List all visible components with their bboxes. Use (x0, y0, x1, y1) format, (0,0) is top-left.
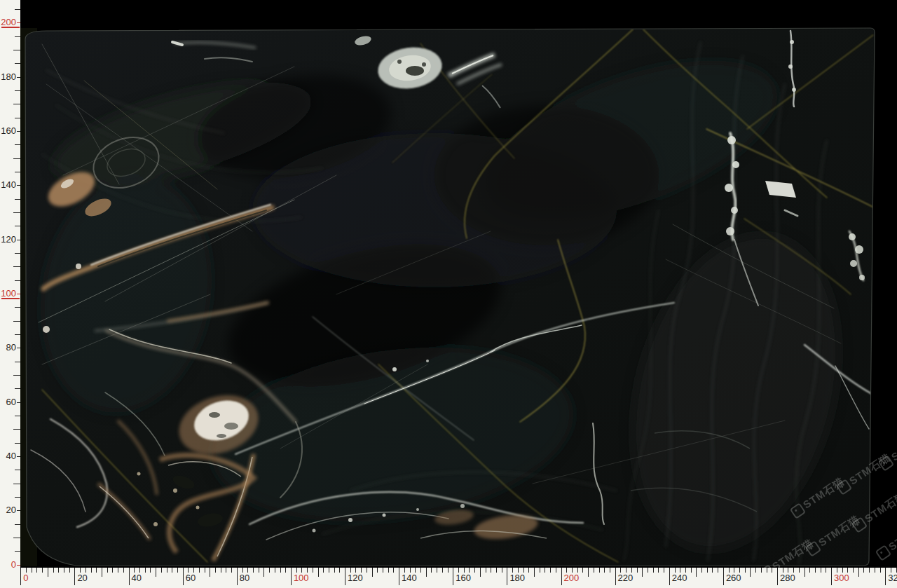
ruler-tick (339, 568, 340, 573)
ruler-tick (658, 568, 659, 573)
ruler-tick (399, 568, 399, 585)
ruler-red-mark (1, 27, 20, 28)
ruler-tick (528, 568, 529, 573)
ruler-tick (334, 568, 335, 573)
ruler-tick (566, 568, 567, 573)
ruler-tick (15, 90, 20, 91)
ruler-tick (891, 568, 891, 573)
ruler-label: 140 (402, 573, 417, 583)
ruler-tick (821, 568, 821, 573)
ruler-tick (847, 568, 848, 573)
ruler-tick (582, 568, 583, 573)
ruler-tick (247, 568, 248, 573)
ruler-tick (712, 568, 713, 573)
ruler-tick (556, 568, 556, 573)
ruler-tick (761, 568, 762, 573)
ruler-label: 280 (780, 573, 795, 583)
ruler-label: 200 (564, 573, 580, 583)
ruler-label: 120 (348, 573, 363, 583)
ruler-tick (80, 568, 81, 573)
ruler-tick (36, 568, 37, 573)
ruler-tick (15, 253, 20, 254)
ruler-tick (599, 568, 600, 573)
ruler-tick (13, 158, 20, 159)
ruler-tick (15, 551, 20, 552)
ruler-tick (15, 144, 20, 145)
ruler-tick (242, 568, 243, 573)
ruler-tick (172, 568, 172, 573)
ruler-tick (313, 568, 313, 573)
ruler-tick (102, 568, 102, 577)
ruler-tick (74, 568, 75, 585)
ruler-tick (507, 568, 507, 585)
ruler-tick (361, 568, 362, 573)
ruler-tick (448, 568, 448, 573)
ruler-tick (561, 568, 562, 585)
ruler-label: 260 (726, 573, 741, 583)
ruler-tick (518, 568, 519, 573)
ruler-tick (572, 568, 573, 573)
ruler-tick (642, 568, 643, 577)
ruler-label: 180 (0, 71, 16, 83)
ruler-label: 240 (672, 573, 687, 583)
ruler-tick (453, 568, 453, 585)
ruler-tick (17, 131, 20, 132)
ruler-tick (275, 568, 275, 573)
ruler-tick (15, 334, 20, 335)
ruler-tick (815, 568, 816, 573)
ruler-tick (96, 568, 97, 573)
ruler-tick (799, 568, 800, 573)
ruler-tick (831, 568, 832, 585)
ruler-label: 160 (0, 125, 16, 137)
ruler-tick (13, 212, 20, 213)
ruler-tick (13, 429, 20, 430)
horizontal-ruler: 0204060801001201401601802002202402602803… (0, 568, 897, 588)
ruler-tick (13, 484, 20, 484)
ruler-tick (437, 568, 437, 573)
ruler-label: 100 (294, 573, 309, 583)
ruler-tick (474, 568, 475, 573)
ruler-tick (458, 568, 459, 573)
ruler-tick (13, 375, 20, 376)
ruler-tick (263, 568, 264, 577)
ruler-tick (739, 568, 740, 573)
ruler-tick (626, 568, 626, 573)
ruler-tick (393, 568, 394, 573)
ruler-label: 320 (888, 573, 897, 583)
ruler-tick (615, 568, 616, 585)
ruler-tick (167, 568, 167, 573)
ruler-tick (577, 568, 578, 573)
ruler-label: 220 (618, 573, 634, 583)
ruler-tick (226, 568, 226, 573)
ruler-tick (480, 568, 481, 577)
ruler-tick (869, 568, 870, 573)
ruler-tick (772, 568, 772, 573)
ruler-tick (17, 77, 20, 78)
ruler-tick (112, 568, 113, 573)
ruler-tick (853, 568, 854, 573)
ruler-tick (540, 568, 540, 573)
ruler-tick (783, 568, 783, 573)
ruler-tick (691, 568, 692, 573)
ruler-tick (17, 240, 20, 240)
ruler-tick (588, 568, 589, 577)
ruler-tick (231, 568, 232, 573)
ruler-tick (723, 568, 724, 585)
ruler-tick (388, 568, 389, 573)
ruler-tick (91, 568, 92, 573)
ruler-tick (20, 568, 21, 585)
ruler-tick (177, 568, 178, 573)
ruler-tick (15, 470, 20, 470)
ruler-tick (745, 568, 746, 573)
ruler-label: 80 (240, 573, 249, 583)
ruler-label: 20 (0, 505, 16, 516)
slab-surface (21, 25, 879, 573)
ruler-tick (48, 568, 48, 577)
ruler-tick (15, 388, 20, 389)
ruler-tick (512, 568, 513, 573)
ruler-label: 120 (0, 234, 16, 245)
ruler-tick (188, 568, 189, 573)
ruler-tick (193, 568, 194, 573)
ruler-tick (15, 497, 20, 498)
ruler-tick (285, 568, 286, 573)
